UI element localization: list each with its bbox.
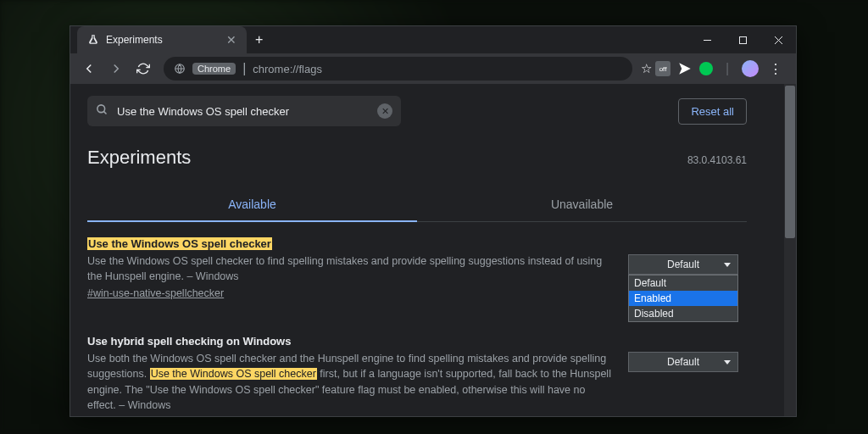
svg-line-6 <box>103 111 106 114</box>
new-tab-button[interactable]: + <box>255 32 263 47</box>
dropdown-option-default[interactable]: Default <box>629 275 737 291</box>
search-input[interactable] <box>117 105 369 118</box>
reset-all-button[interactable]: Reset all <box>678 98 747 125</box>
scrollbar-track[interactable] <box>784 84 796 416</box>
back-button[interactable] <box>77 57 101 81</box>
address-bar[interactable]: Chrome | chrome://flags <box>164 57 632 81</box>
flag-select[interactable]: Default <box>628 254 738 275</box>
toolbar: Chrome | chrome://flags ☆ off | ⋮ <box>70 53 796 84</box>
address-separator: | <box>242 61 246 76</box>
flag-select[interactable]: Default <box>628 352 738 372</box>
clear-search-icon[interactable]: ✕ <box>377 103 392 119</box>
maximize-button[interactable] <box>725 26 760 53</box>
tab-title: Experiments <box>106 34 218 46</box>
ext-icon-1[interactable]: off <box>655 61 670 76</box>
flag-title: Use the Windows OS spell checker <box>87 237 611 250</box>
search-icon <box>96 103 108 120</box>
dropdown-option-enabled[interactable]: Enabled <box>629 291 737 306</box>
flag-description: Use both the Windows OS spell checker an… <box>87 351 611 413</box>
flask-icon <box>87 34 99 46</box>
flag-item: Use hybrid spell checking on Windows Use… <box>87 306 747 416</box>
minimize-button[interactable] <box>689 26 725 53</box>
page-title: Experiments <box>87 147 191 169</box>
extensions: off | ⋮ <box>655 60 789 77</box>
tabs: Available Unavailable <box>87 187 747 222</box>
flag-search-box[interactable]: ✕ <box>87 96 401 126</box>
page-content: ✕ Reset all Experiments 83.0.4103.61 Ava… <box>70 84 796 416</box>
flag-dropdown: Default Enabled Disabled <box>628 275 738 322</box>
svg-rect-1 <box>739 36 746 43</box>
titlebar: Experiments ✕ + <box>70 26 796 53</box>
flag-title: Use hybrid spell checking on Windows <box>87 335 611 348</box>
ext-icon-2[interactable] <box>677 61 693 76</box>
chrome-badge: Chrome <box>192 63 236 75</box>
flag-item: Use the Windows OS spell checker Use the… <box>87 222 747 306</box>
browser-tab[interactable]: Experiments ✕ <box>77 26 247 53</box>
close-tab-icon[interactable]: ✕ <box>225 33 238 47</box>
flag-hash-link[interactable]: #win-use-native-spellchecker <box>87 287 611 299</box>
bookmark-icon[interactable]: ☆ <box>641 61 652 76</box>
dropdown-option-disabled[interactable]: Disabled <box>629 306 737 321</box>
version-text: 83.0.4103.61 <box>687 154 747 166</box>
flag-description: Use the Windows OS spell checker to find… <box>87 253 611 284</box>
close-window-button[interactable] <box>760 26 796 53</box>
ext-icon-3[interactable] <box>699 62 713 75</box>
url-text: chrome://flags <box>253 63 322 75</box>
tab-available[interactable]: Available <box>87 187 417 221</box>
window-controls <box>689 26 796 53</box>
ext-separator: | <box>720 61 735 76</box>
browser-window: Experiments ✕ + Chrome | chrome://flags … <box>70 25 797 417</box>
svg-point-5 <box>97 104 105 112</box>
tab-unavailable[interactable]: Unavailable <box>417 187 747 221</box>
profile-avatar[interactable] <box>742 60 759 77</box>
forward-button[interactable] <box>104 57 128 81</box>
site-info-icon[interactable] <box>174 63 186 75</box>
scrollbar-thumb[interactable] <box>785 86 795 238</box>
menu-button[interactable]: ⋮ <box>765 61 786 77</box>
reload-button[interactable] <box>131 57 155 81</box>
